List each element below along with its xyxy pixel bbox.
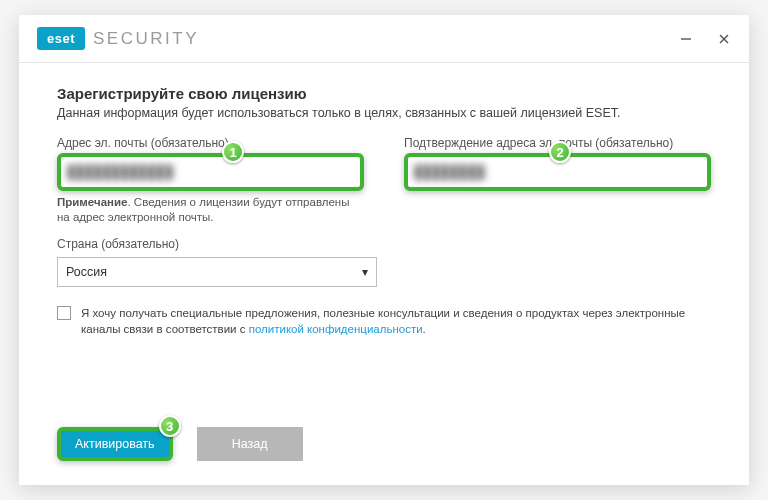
close-icon (718, 33, 730, 45)
step-badge-1: 1 (222, 141, 244, 163)
page-heading: Зарегистрируйте свою лицензию (57, 85, 711, 102)
privacy-policy-link[interactable]: политикой конфиденциальности (249, 323, 423, 335)
app-window: eset SECURITY Зарегистрируйте свою лицен… (19, 15, 749, 485)
consent-row: Я хочу получать специальные предложения,… (57, 305, 711, 337)
brand-badge: eset (37, 27, 85, 50)
titlebar: eset SECURITY (19, 15, 749, 63)
activate-button[interactable]: Активировать (57, 427, 173, 461)
minimize-button[interactable] (679, 32, 693, 46)
email-column: Адрес эл. почты (обязательно) ██████████… (57, 136, 364, 225)
email-note: Примечание. Сведения о лицензии будут от… (57, 195, 364, 225)
back-button[interactable]: Назад (197, 427, 303, 461)
chevron-down-icon: ▾ (362, 265, 368, 279)
brand-product: SECURITY (93, 29, 199, 49)
email-label: Адрес эл. почты (обязательно) (57, 136, 364, 150)
step-badge-3: 3 (159, 415, 181, 437)
page-subtitle: Данная информация будет использоваться т… (57, 106, 711, 120)
window-controls (679, 32, 731, 46)
country-select[interactable]: Россия ▾ (57, 257, 377, 287)
email-value: ████████████ (67, 165, 173, 179)
close-button[interactable] (717, 32, 731, 46)
country-label: Страна (обязательно) (57, 237, 711, 251)
email-row: Адрес эл. почты (обязательно) ██████████… (57, 136, 711, 225)
confirm-column: Подтверждение адреса эл. почты (обязател… (404, 136, 711, 225)
minimize-icon (680, 33, 692, 45)
note-prefix: Примечание (57, 196, 127, 208)
footer-buttons: Активировать 3 Назад (19, 413, 749, 485)
country-select-wrap: Россия ▾ (57, 257, 377, 287)
consent-text-block: Я хочу получать специальные предложения,… (81, 305, 711, 337)
content-area: Зарегистрируйте свою лицензию Данная инф… (19, 63, 749, 413)
consent-checkbox[interactable] (57, 306, 71, 320)
consent-suffix: . (423, 323, 426, 335)
confirm-value: ████████ (414, 165, 485, 179)
step-badge-2: 2 (549, 141, 571, 163)
country-value: Россия (66, 265, 107, 279)
